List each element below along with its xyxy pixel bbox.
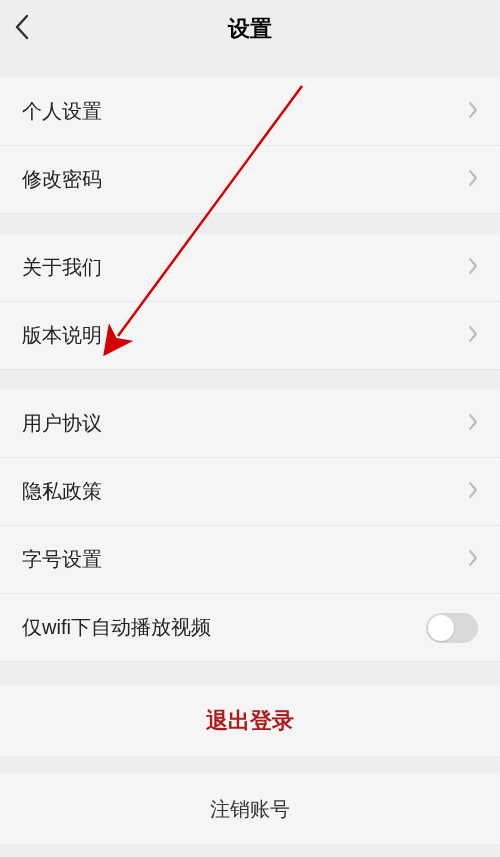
row-label: 仅wifi下自动播放视频 bbox=[22, 614, 211, 641]
section-gap bbox=[0, 370, 500, 390]
row-font-size[interactable]: 字号设置 bbox=[0, 526, 500, 594]
row-label: 字号设置 bbox=[22, 546, 102, 573]
section-gap bbox=[0, 214, 500, 234]
chevron-right-icon bbox=[468, 481, 478, 503]
header: 设置 bbox=[0, 0, 500, 58]
wifi-autoplay-toggle[interactable] bbox=[426, 613, 478, 643]
toggle-knob bbox=[428, 615, 454, 641]
row-label: 关于我们 bbox=[22, 254, 102, 281]
row-label: 修改密码 bbox=[22, 166, 102, 193]
logout-label: 退出登录 bbox=[206, 706, 294, 736]
row-label: 用户协议 bbox=[22, 410, 102, 437]
chevron-left-icon bbox=[14, 14, 30, 40]
chevron-right-icon bbox=[468, 257, 478, 279]
row-about-us[interactable]: 关于我们 bbox=[0, 234, 500, 302]
row-user-agreement[interactable]: 用户协议 bbox=[0, 390, 500, 458]
chevron-right-icon bbox=[468, 325, 478, 347]
delete-account-button[interactable]: 注销账号 bbox=[0, 774, 500, 844]
chevron-right-icon bbox=[468, 101, 478, 123]
row-label: 个人设置 bbox=[22, 98, 102, 125]
logout-button[interactable]: 退出登录 bbox=[0, 686, 500, 756]
chevron-right-icon bbox=[468, 549, 478, 571]
section-gap bbox=[0, 58, 500, 78]
row-privacy-policy[interactable]: 隐私政策 bbox=[0, 458, 500, 526]
chevron-right-icon bbox=[468, 169, 478, 191]
row-personal-settings[interactable]: 个人设置 bbox=[0, 78, 500, 146]
chevron-right-icon bbox=[468, 413, 478, 435]
row-change-password[interactable]: 修改密码 bbox=[0, 146, 500, 214]
delete-account-label: 注销账号 bbox=[210, 796, 290, 823]
row-label: 版本说明 bbox=[22, 322, 102, 349]
back-button[interactable] bbox=[14, 14, 30, 44]
row-wifi-autoplay: 仅wifi下自动播放视频 bbox=[0, 594, 500, 662]
page-title: 设置 bbox=[0, 14, 500, 44]
row-label: 隐私政策 bbox=[22, 478, 102, 505]
row-version-info[interactable]: 版本说明 bbox=[0, 302, 500, 370]
